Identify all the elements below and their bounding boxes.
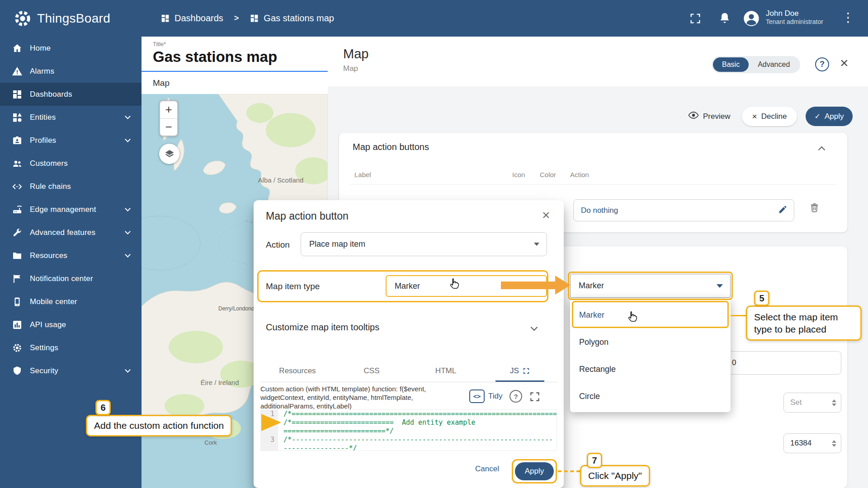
apply-button-dialog[interactable]: Apply	[515, 462, 554, 480]
eye-icon	[688, 110, 699, 123]
sidebar-item-dashboards[interactable]: Dashboards	[0, 83, 142, 106]
alarm-warning-icon	[12, 66, 23, 77]
dashboard-title-input[interactable]: Gas stations map	[153, 48, 277, 66]
top-header: ThingsBoard Dashboards > Gas stations ma…	[0, 0, 868, 37]
sidebar-item-mobile-center[interactable]: Mobile center	[0, 290, 142, 313]
tab-js[interactable]: JS	[483, 360, 557, 382]
stepper-arrows-icon[interactable]	[832, 440, 836, 447]
table-divider	[350, 184, 836, 185]
option-circle[interactable]: Circle	[570, 383, 731, 410]
sidebar-item-customers[interactable]: Customers	[0, 152, 142, 175]
sidebar-item-home[interactable]: Home	[0, 37, 142, 60]
sidebar-item-settings[interactable]: Settings	[0, 336, 142, 359]
dashboards-icon	[12, 89, 23, 100]
chevron-down-icon	[125, 206, 131, 211]
user-role: Tenant administrator	[766, 18, 823, 26]
decline-button[interactable]: × Decline	[742, 107, 797, 126]
sidebar-item-entities[interactable]: Entities	[0, 106, 142, 129]
thingsboard-logo[interactable]: ThingsBoard	[14, 0, 110, 37]
chevron-down-icon[interactable]	[531, 324, 538, 331]
tutorial-arrow	[501, 282, 557, 289]
code-tabs: Resources CSS HTML JS	[260, 360, 557, 382]
step6-tooltip: Add the custom action function	[86, 415, 232, 436]
card-title: Map action buttons	[353, 142, 429, 152]
step7-connector	[558, 470, 580, 472]
close-dialog-icon[interactable]: ×	[542, 207, 550, 223]
js-code-editor[interactable]: 1 /*====================================…	[260, 409, 557, 451]
size-stepper-field[interactable]: Set	[783, 393, 841, 413]
user-avatar[interactable]	[742, 9, 760, 28]
rule-chains-icon	[12, 181, 23, 192]
option-marker[interactable]: Marker	[570, 301, 731, 328]
step7-badge: 7	[587, 453, 602, 468]
help-icon[interactable]: ?	[815, 57, 829, 71]
dialog-title: Map action button	[266, 210, 349, 222]
toggle-advanced[interactable]: Advanced	[749, 57, 799, 72]
edit-pencil-icon[interactable]	[778, 205, 788, 216]
field-value: 0	[732, 358, 736, 367]
toggle-basic[interactable]: Basic	[713, 57, 749, 72]
zoom-in-button[interactable]: +	[160, 101, 177, 118]
delete-trash-icon[interactable]	[809, 202, 820, 215]
notifications-bell-icon[interactable]	[718, 11, 731, 25]
help-icon[interactable]: ?	[509, 390, 522, 403]
sidebar-item-edge-management[interactable]: Edge management	[0, 198, 142, 221]
breadcrumb-dashboards[interactable]: Dashboards	[160, 13, 223, 23]
sidebar-item-profiles[interactable]: Profiles	[0, 129, 142, 152]
collapse-chevron-icon[interactable]	[818, 146, 826, 154]
field-placeholder: Set	[790, 398, 802, 407]
map-item-type-label: Map item type	[266, 282, 320, 291]
action-field-label: Action	[266, 240, 290, 250]
cancel-button[interactable]: Cancel	[475, 465, 499, 474]
chevron-down-icon	[125, 367, 131, 373]
gear-icon	[12, 343, 23, 353]
customize-tooltips-section[interactable]: Customize map item tooltips	[266, 322, 379, 333]
tab-html[interactable]: HTML	[409, 360, 483, 382]
map-layers-button[interactable]	[159, 144, 179, 164]
tab-css[interactable]: CSS	[335, 360, 409, 382]
item-type-options-panel: Marker Polygon Rectangle Circle	[570, 299, 731, 412]
stepper-arrows-icon[interactable]	[832, 399, 836, 406]
step7-tooltip: Click "Apply"	[580, 465, 650, 487]
tidy-button[interactable]: Tidy	[488, 392, 503, 401]
sidebar-item-resources[interactable]: Resources	[0, 244, 142, 267]
user-info[interactable]: John Doe Tenant administrator	[766, 9, 823, 26]
buffer-stepper-field[interactable]: 16384	[783, 433, 841, 453]
action-select-row[interactable]: Do nothing	[573, 199, 794, 221]
apply-button-panel[interactable]: ✓ Apply	[806, 107, 853, 126]
widget-details-header: Map Map Basic Advanced ? ×	[328, 37, 868, 86]
select-caret-icon	[534, 243, 539, 246]
breadcrumb: Dashboards > Gas stations map	[160, 0, 334, 37]
sidebar-item-security[interactable]: Security	[0, 359, 142, 382]
action-select[interactable]: Place map item	[301, 232, 547, 256]
sidebar-item-rule-chains[interactable]: Rule chains	[0, 175, 142, 198]
map-widget-title: Map	[142, 72, 328, 94]
kebab-menu-icon[interactable]: ⋮	[842, 10, 854, 25]
flag-icon	[12, 273, 23, 284]
sidebar-item-alarms[interactable]: Alarms	[0, 60, 142, 83]
sidebar-item-advanced-features[interactable]: Advanced features	[0, 221, 142, 244]
fullscreen-editor-icon[interactable]	[528, 390, 541, 403]
code-view-toggle-icon[interactable]: <>	[469, 389, 485, 403]
expand-tab-icon	[523, 367, 530, 375]
breadcrumb-current-page[interactable]: Gas stations map	[250, 13, 334, 23]
details-subtitle: Map	[343, 64, 358, 73]
zoom-out-button[interactable]: −	[160, 119, 177, 136]
chevron-down-icon	[125, 229, 131, 235]
option-polygon[interactable]: Polygon	[570, 328, 731, 356]
column-header-color: Color	[540, 171, 556, 178]
code-line: 3 /*------------------------------------…	[261, 436, 557, 451]
item-type-dropdown-trigger[interactable]: Marker	[570, 274, 731, 298]
home-icon	[12, 43, 23, 54]
tab-resources[interactable]: Resources	[260, 360, 335, 382]
fullscreen-icon[interactable]	[689, 12, 702, 25]
dashboards-icon	[160, 14, 170, 23]
sidebar-item-notification-center[interactable]: Notification center	[0, 267, 142, 290]
preview-button[interactable]: Preview	[684, 107, 735, 126]
dropdown-caret-icon	[717, 284, 723, 288]
sidebar-item-api-usage[interactable]: API usage	[0, 313, 142, 336]
close-details-icon[interactable]: ×	[840, 55, 849, 71]
breadcrumb-separator: >	[234, 14, 239, 23]
entities-shapes-icon	[12, 112, 23, 123]
option-rectangle[interactable]: Rectangle	[570, 356, 731, 383]
